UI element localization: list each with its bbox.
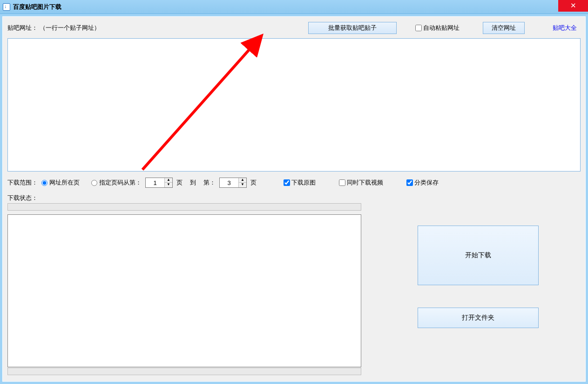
range-mid-3: 第： [203,178,216,187]
page-from-down-icon[interactable]: ▼ [165,183,172,187]
main-panel: 贴吧网址： （一行一个贴子网址） 批量获取贴吧贴子 自动粘贴网址 清空网址 贴吧… [2,16,586,382]
page-to-spinner[interactable]: ▲ ▼ [219,178,247,188]
range-row: 下载范围： 网址所在页 指定页码从第： ▲ ▼ 页 到 [7,177,581,188]
download-original-wrap[interactable]: 下载原图 [284,178,316,187]
download-video-wrap[interactable]: 同时下载视频 [339,178,383,187]
categorize-save-label: 分类保存 [414,178,439,187]
open-folder-button[interactable]: 打开文件夹 [418,308,539,328]
page-to-down-icon[interactable]: ▼ [239,183,246,187]
page-from-input[interactable] [146,178,164,187]
log-textbox[interactable] [7,214,361,367]
toolbar-row: 贴吧网址： （一行一个贴子网址） 批量获取贴吧贴子 自动粘贴网址 清空网址 贴吧… [7,22,581,34]
close-button[interactable]: ✕ [558,0,588,12]
start-download-label: 开始下载 [465,251,491,260]
download-video-label: 同时下载视频 [347,178,383,187]
app-icon [3,3,10,11]
radio-current-wrap[interactable]: 网址所在页 [41,178,80,187]
close-icon: ✕ [570,1,576,9]
clear-url-label: 清空网址 [492,24,516,32]
all-tieba-link[interactable]: 贴吧大全 [553,24,577,32]
auto-paste-checkbox-wrap[interactable]: 自动粘贴网址 [415,24,460,32]
download-video-checkbox[interactable] [339,179,345,186]
titlebar[interactable]: 百度贴吧图片下载 ✕ [0,0,588,14]
log-horizontal-scrollbar[interactable] [7,368,361,375]
url-label: 贴吧网址： [7,24,38,32]
range-mid-1: 页 [176,178,182,187]
batch-get-label: 批量获取贴吧贴子 [328,24,377,32]
open-folder-label: 打开文件夹 [462,314,494,322]
client-area: 贴吧网址： （一行一个贴子网址） 批量获取贴吧贴子 自动粘贴网址 清空网址 贴吧… [0,14,588,384]
auto-paste-label: 自动粘贴网址 [423,24,460,32]
download-original-label: 下载原图 [291,178,316,187]
categorize-save-checkbox[interactable] [406,179,413,186]
progress-bar [7,203,361,211]
auto-paste-checkbox[interactable] [415,25,422,31]
clear-url-button[interactable]: 清空网址 [483,22,525,34]
page-to-input[interactable] [220,178,238,187]
status-label: 下载状态： [7,194,38,202]
range-label: 下载范围： [7,178,38,187]
app-window: 百度贴吧图片下载 ✕ 贴吧网址： （一行一个贴子网址） 批量获取贴吧贴子 自动粘… [0,0,588,384]
categorize-save-wrap[interactable]: 分类保存 [406,178,439,187]
range-mid-2: 到 [190,178,196,187]
window-title: 百度贴吧图片下载 [13,3,61,11]
download-original-checkbox[interactable] [284,179,290,186]
radio-pages[interactable] [91,180,97,186]
radio-current[interactable] [41,180,47,186]
radio-current-label: 网址所在页 [49,178,80,187]
radio-pages-label: 指定页码从第： [99,178,142,187]
radio-pages-wrap[interactable]: 指定页码从第： [91,178,142,187]
page-from-spinner[interactable]: ▲ ▼ [145,178,173,188]
urls-textarea[interactable] [7,38,581,171]
start-download-button[interactable]: 开始下载 [418,226,539,285]
range-tail: 页 [250,178,257,187]
batch-get-button[interactable]: 批量获取贴吧贴子 [308,22,397,34]
url-hint: （一行一个贴子网址） [40,24,100,32]
